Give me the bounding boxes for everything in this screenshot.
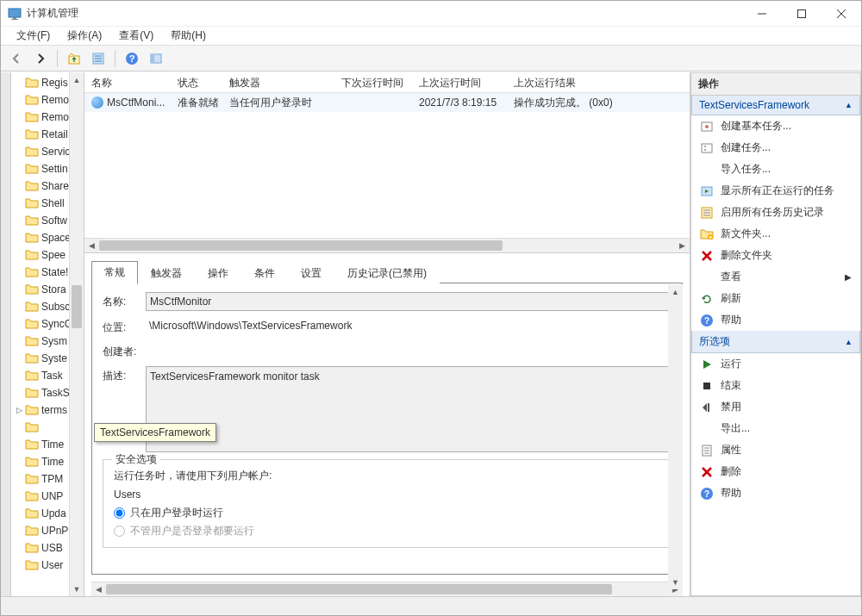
scroll-track[interactable] — [70, 87, 84, 582]
scroll-thumb[interactable] — [72, 285, 82, 328]
maximize-button[interactable] — [782, 1, 821, 27]
radio-logged-on-input[interactable] — [114, 507, 125, 519]
hscroll-thumb[interactable] — [99, 240, 503, 251]
up-button[interactable] — [64, 48, 84, 69]
tree-item-label: Stora — [41, 283, 66, 296]
dhscroll-thumb[interactable] — [106, 584, 612, 594]
tab-history[interactable]: 历史记录(已禁用) — [334, 262, 440, 284]
col-last[interactable]: 上次运行时间 — [412, 72, 507, 92]
radio-any-input[interactable] — [114, 526, 125, 537]
action-help2[interactable]: ?帮助 — [691, 482, 860, 504]
task-description-field[interactable]: TextServicesFramework monitor task — [146, 366, 671, 452]
folder-icon — [25, 439, 39, 451]
run-icon — [700, 358, 714, 371]
task-basic-icon — [700, 120, 714, 134]
actions-group1-title[interactable]: TextServicesFramework ▲ — [691, 96, 860, 115]
menu-view[interactable]: 查看(V) — [110, 27, 162, 45]
menu-help[interactable]: 帮助(H) — [162, 27, 215, 45]
nav-back-button[interactable] — [6, 48, 27, 69]
task-row[interactable]: MsCtfMoni...准备就绪当任何用户登录时2021/7/3 8:19:15… — [84, 93, 690, 112]
action-end[interactable]: 结束 — [691, 375, 860, 396]
tab-actions[interactable]: 操作 — [195, 262, 241, 284]
col-next[interactable]: 下次运行时间 — [334, 72, 412, 92]
tree-item-label: USB — [41, 542, 63, 554]
action-label: 查看 — [721, 270, 741, 284]
tasks-hscroll[interactable]: ◀ ▶ — [84, 238, 690, 252]
tab-general[interactable]: 常规 — [91, 261, 138, 284]
tab-triggers[interactable]: 触发器 — [138, 262, 195, 284]
minimize-button[interactable] — [742, 1, 782, 27]
action-refresh[interactable]: 刷新 — [691, 288, 860, 309]
folder-icon — [25, 215, 39, 227]
svg-point-20 — [704, 149, 706, 151]
security-prompt: 运行任务时，请使用下列用户帐户: — [114, 469, 660, 483]
disable-icon — [700, 401, 714, 414]
task-name-field[interactable] — [146, 292, 671, 311]
folder-icon — [25, 249, 39, 261]
col-triggers[interactable]: 触发器 — [222, 72, 334, 92]
tree-item-label: Remo — [41, 111, 69, 123]
radio-any[interactable]: 不管用户是否登录都要运行 — [114, 524, 660, 538]
svg-rect-15 — [151, 54, 154, 63]
tab-settings[interactable]: 设置 — [288, 262, 334, 284]
action-create[interactable]: 创建任务... — [691, 137, 860, 159]
dscroll-up[interactable]: ▲ — [668, 284, 683, 299]
hscroll-left[interactable]: ◀ — [84, 239, 99, 252]
radio-logged-on[interactable]: 只在用户登录时运行 — [114, 506, 660, 520]
newfolder-icon: ★ — [700, 227, 714, 241]
tree-item-label: Subsc — [41, 301, 70, 313]
action-disable[interactable]: 禁用 — [691, 396, 860, 418]
nav-forward-button[interactable] — [30, 48, 51, 69]
detail-vscroll[interactable]: ▲ ▼ — [668, 284, 683, 589]
dscroll-track[interactable] — [668, 299, 683, 575]
dscroll-down[interactable]: ▼ — [668, 575, 683, 589]
tree-scrollbar[interactable]: ▲ ▼ — [69, 72, 84, 596]
scroll-down-arrow[interactable]: ▼ — [70, 582, 84, 596]
action-delete-folder[interactable]: 删除文件夹 — [691, 245, 860, 266]
tree-item-label: Upda — [41, 507, 66, 520]
col-result[interactable]: 上次运行结果 — [507, 72, 690, 92]
hscroll-track[interactable] — [99, 239, 675, 252]
dhscroll-track[interactable] — [106, 582, 668, 596]
action-view[interactable]: 查看▶ — [691, 266, 860, 288]
folder-icon — [25, 490, 39, 502]
close-button[interactable] — [821, 1, 861, 27]
action-label: 删除 — [721, 464, 741, 479]
scroll-up-arrow[interactable]: ▲ — [70, 72, 84, 87]
tree-item-label: TaskS — [41, 387, 70, 399]
dhscroll-left[interactable]: ◀ — [91, 582, 106, 596]
refresh-icon — [700, 292, 714, 306]
show-hide-button[interactable] — [146, 48, 166, 69]
folder-icon — [25, 370, 39, 382]
col-status[interactable]: 状态 — [171, 72, 222, 92]
detail-tabs: 常规 触发器 操作 条件 设置 历史记录(已禁用) — [84, 255, 690, 283]
action-properties[interactable]: 属性 — [691, 439, 860, 461]
action-export[interactable]: 导出... — [691, 418, 860, 439]
hscroll-right[interactable]: ▶ — [675, 239, 690, 252]
properties-button[interactable] — [88, 48, 109, 69]
menu-file[interactable]: 文件(F) — [8, 27, 59, 45]
action-enable-history[interactable]: 启用所有任务历史记录 — [691, 202, 860, 223]
help-button[interactable]: ? — [122, 48, 142, 69]
svg-rect-18 — [702, 144, 712, 152]
action-show-running[interactable]: 显示所有正在运行的任务 — [691, 180, 860, 202]
action-create-basic[interactable]: 创建基本任务... — [691, 115, 860, 137]
action-run[interactable]: 运行 — [691, 353, 860, 375]
action-delete[interactable]: 删除 — [691, 461, 860, 482]
label-name: 名称: — [103, 292, 146, 309]
detail-hscroll[interactable]: ◀ ▶ — [91, 582, 683, 596]
action-help1[interactable]: ?帮助 — [691, 309, 860, 331]
tab-conditions[interactable]: 条件 — [241, 262, 288, 284]
tree-item-label: Share — [41, 180, 69, 192]
action-import[interactable]: 导入任务... — [691, 159, 860, 180]
tree-item-label: UNP — [41, 490, 63, 502]
tree-item-label: Regis — [41, 77, 68, 89]
actions-group2-title[interactable]: 所选项 ▲ — [691, 331, 860, 353]
collapse-icon: ▲ — [845, 338, 853, 346]
col-name[interactable]: 名称 — [84, 72, 171, 92]
action-new-folder[interactable]: ★新文件夹... — [691, 223, 860, 245]
menu-action[interactable]: 操作(A) — [59, 27, 110, 45]
expand-arrow-icon[interactable]: ▷ — [16, 406, 25, 414]
actions-header: 操作 — [690, 72, 861, 96]
svg-point-19 — [704, 146, 706, 147]
